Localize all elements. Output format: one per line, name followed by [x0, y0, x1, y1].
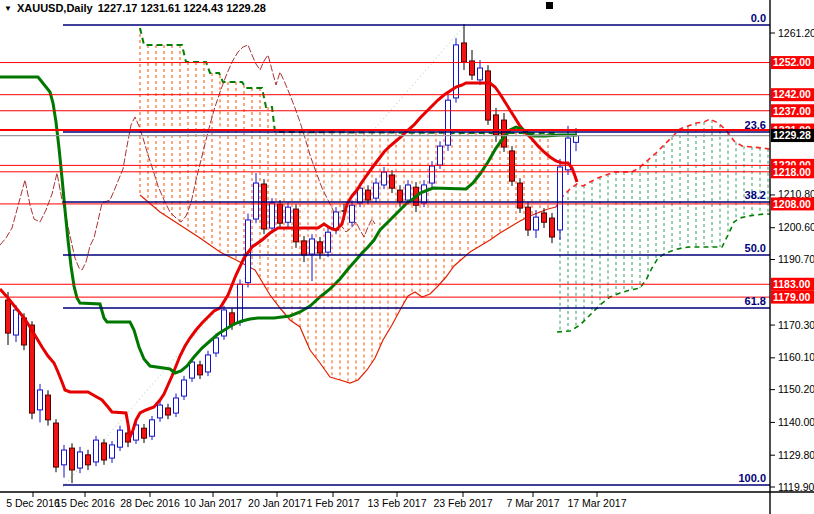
price-badge-label: 1252.00 [773, 56, 811, 68]
date-tick-label: 17 Mar 2017 [568, 497, 627, 509]
candle-body[interactable] [430, 166, 435, 183]
candle-body[interactable] [302, 241, 307, 255]
chart-canvas[interactable]: 0.023.638.250.061.8100.01261.201210.8012… [0, 0, 814, 514]
candle-body[interactable] [190, 362, 195, 378]
candle-body[interactable] [550, 218, 555, 237]
price-badge-label: 1237.00 [773, 105, 811, 117]
candle-body[interactable] [70, 448, 75, 470]
candle-body[interactable] [166, 408, 171, 415]
candle-body[interactable] [326, 232, 331, 252]
candle-body[interactable] [366, 190, 371, 200]
candle-body[interactable] [526, 207, 531, 230]
candle-body[interactable] [118, 430, 123, 447]
candle-body[interactable] [382, 172, 387, 185]
candle-body[interactable] [54, 423, 59, 467]
candle-body[interactable] [470, 61, 475, 75]
candle-body[interactable] [86, 455, 91, 465]
date-tick-label: 13 Feb 2017 [368, 497, 427, 509]
candle-body[interactable] [558, 167, 563, 230]
chart-title: ▼ XAUUSD,Daily 1227.17 1231.61 1224.43 1… [4, 2, 266, 14]
candle-body[interactable] [102, 443, 107, 460]
candle-body[interactable] [350, 205, 355, 222]
candle-body[interactable] [438, 146, 443, 165]
candle-body[interactable] [398, 190, 403, 202]
current-price-badge-label: 1229.28 [773, 129, 811, 141]
candle-body[interactable] [270, 203, 275, 228]
fib-label: 50.0 [745, 242, 766, 254]
price-badge-label: 1208.00 [773, 198, 811, 210]
candle-body[interactable] [110, 445, 115, 458]
price-badge-label: 1218.00 [773, 166, 811, 178]
price-tick-label: 1150.20 [778, 383, 814, 395]
price-tick-label: 1119.90 [778, 481, 814, 493]
candle-body[interactable] [574, 136, 579, 143]
candle-body[interactable] [278, 204, 283, 223]
candle-body[interactable] [534, 217, 539, 230]
candle-body[interactable] [238, 284, 243, 322]
date-tick-label: 28 Dec 2016 [120, 497, 180, 509]
candle-body[interactable] [158, 405, 163, 418]
candle-body[interactable] [462, 43, 467, 62]
price-badge-label: 1242.00 [773, 88, 811, 100]
candle-body[interactable] [78, 452, 83, 468]
date-tick-label: 23 Feb 2017 [434, 497, 493, 509]
candle-body[interactable] [542, 213, 547, 222]
date-tick-label: 5 Dec 2016 [6, 497, 60, 509]
candle-body[interactable] [510, 151, 515, 181]
candle-body[interactable] [478, 68, 483, 80]
fib-label: 61.8 [745, 295, 766, 307]
candle-body[interactable] [38, 390, 43, 410]
candle-body[interactable] [406, 185, 411, 200]
fib-label: 100.0 [738, 472, 766, 484]
candle-body[interactable] [142, 428, 147, 438]
candle-body[interactable] [486, 71, 491, 120]
candle-body[interactable] [446, 100, 451, 145]
candle-body[interactable] [46, 395, 51, 420]
date-tick-label: 7 Mar 2017 [506, 497, 559, 509]
candle-body[interactable] [174, 398, 179, 413]
candle-body[interactable] [150, 420, 155, 436]
candle-body[interactable] [94, 440, 99, 462]
symbol-marker-icon[interactable]: ▼ [4, 4, 12, 13]
date-tick-label: 1 Feb 2017 [306, 497, 359, 509]
price-badge-label: 1179.00 [773, 291, 811, 303]
date-tick-label: 20 Jan 2017 [248, 497, 306, 509]
candle-body[interactable] [422, 185, 427, 203]
date-tick-label: 10 Jan 2017 [184, 497, 242, 509]
price-badge-label: 1183.00 [773, 278, 811, 290]
fib-label: 0.0 [751, 12, 766, 24]
price-tick-label: 1160.10 [778, 351, 814, 363]
price-tick-label: 1200.60 [778, 221, 814, 233]
candle-body[interactable] [390, 175, 395, 188]
candle-body[interactable] [318, 242, 323, 253]
fib-label: 23.6 [745, 119, 766, 131]
price-tick-label: 1140.00 [778, 416, 814, 428]
date-tick-label: 15 Dec 2016 [55, 497, 115, 509]
candle-body[interactable] [30, 325, 35, 413]
object-anchor-handle[interactable] [546, 2, 553, 9]
candle-body[interactable] [294, 209, 299, 242]
candle-body[interactable] [198, 365, 203, 375]
candle-body[interactable] [62, 450, 67, 465]
chart-window: ▼ XAUUSD,Daily 1227.17 1231.61 1224.43 1… [0, 0, 814, 514]
candle-body[interactable] [214, 338, 219, 353]
price-tick-label: 1170.30 [778, 319, 814, 331]
candle-body[interactable] [262, 184, 267, 229]
price-tick-label: 1129.80 [778, 449, 814, 461]
candle-body[interactable] [310, 239, 315, 254]
candle-body[interactable] [374, 183, 379, 198]
candle-body[interactable] [254, 183, 259, 219]
price-tick-label: 1190.70 [778, 253, 814, 265]
candle-body[interactable] [14, 310, 19, 335]
candle-body[interactable] [6, 300, 11, 333]
symbol-timeframe-label: XAUUSD,Daily [17, 2, 93, 14]
candle-body[interactable] [286, 207, 291, 222]
price-tick-label: 1261.20 [778, 27, 814, 39]
ohlc-values: 1227.17 1231.61 1224.43 1229.28 [98, 2, 266, 14]
candle-body[interactable] [182, 380, 187, 396]
candle-body[interactable] [206, 355, 211, 372]
fib-label: 38.2 [745, 189, 766, 201]
